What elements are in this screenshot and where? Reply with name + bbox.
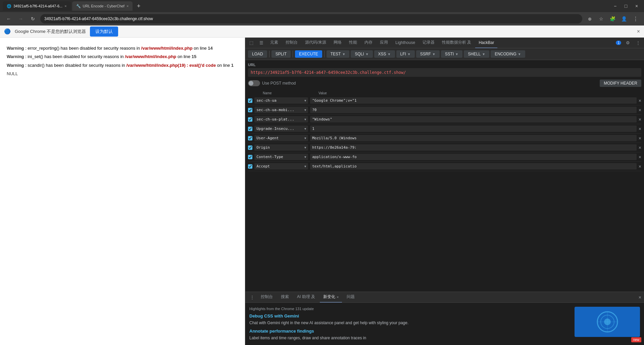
toolbar-icons: ⊕ ☆ 🧩 👤 ⋮ xyxy=(585,14,640,23)
header-6-delete-icon[interactable]: × xyxy=(639,145,641,150)
header-1-name-select[interactable]: sec-ch-ua xyxy=(254,97,308,104)
header-2-checkbox[interactable] xyxy=(248,107,252,113)
header-8-value-input[interactable] xyxy=(310,163,637,169)
tab-1[interactable]: 🌐 34921af5-b7f6-4214-a647-6... × xyxy=(3,1,71,11)
translate-icon[interactable]: ⊕ xyxy=(585,14,594,23)
more-icon[interactable]: ⋮ xyxy=(633,38,643,48)
reload-button[interactable]: ↻ xyxy=(28,14,38,23)
header-3-name-select[interactable]: sec-ch-ua-plat... xyxy=(254,116,308,122)
header-6-name-wrapper: Origin ▼ xyxy=(254,144,308,151)
split-button[interactable]: SPLIT xyxy=(271,50,291,58)
header-7-name-select[interactable]: Content-Type xyxy=(254,154,308,160)
forward-button[interactable]: → xyxy=(16,14,26,23)
header-4-delete-icon[interactable]: × xyxy=(639,126,641,132)
load-button[interactable]: LOAD xyxy=(248,50,267,58)
bottom-tab-search[interactable]: 搜索 xyxy=(278,292,292,303)
bottom-tab-changes[interactable]: 新变化 × xyxy=(320,292,342,303)
tab-performance[interactable]: 性能 xyxy=(346,38,360,48)
header-3-delete-icon[interactable]: × xyxy=(639,117,641,122)
settings-icon[interactable]: ⚙ xyxy=(623,38,633,48)
warning-line-1: 14 xyxy=(208,46,212,51)
inspect-icon[interactable]: ⬚ xyxy=(247,38,256,48)
tab-elements[interactable]: 元素 xyxy=(267,38,282,48)
changes-close-icon[interactable]: × xyxy=(337,295,339,299)
header-2-name-wrapper: sec-ch-ua-mobi... ▼ xyxy=(254,107,308,113)
header-8-name-select[interactable]: Accept xyxy=(254,163,308,169)
minimize-button[interactable]: − xyxy=(610,1,620,11)
header-7-checkbox[interactable] xyxy=(248,154,252,160)
tab-recorder[interactable]: 记录器 xyxy=(419,38,438,48)
header-3-checkbox[interactable] xyxy=(248,117,252,122)
back-button[interactable]: ← xyxy=(4,14,13,23)
header-5-delete-icon[interactable]: × xyxy=(639,136,641,141)
ssti-button[interactable]: SSTI ▼ xyxy=(441,50,463,58)
new-tab-button[interactable]: + xyxy=(134,1,143,11)
address-input[interactable] xyxy=(40,14,582,23)
tab-console[interactable]: 控制台 xyxy=(282,38,301,48)
maximize-button[interactable]: □ xyxy=(621,1,631,11)
header-6-value-input[interactable] xyxy=(310,144,637,151)
tab-lighthouse[interactable]: Lighthouse xyxy=(392,38,418,48)
header-2-name-select[interactable]: sec-ch-ua-mobi... xyxy=(254,107,308,113)
profile-icon[interactable]: 👤 xyxy=(619,14,629,23)
url-input[interactable] xyxy=(248,68,641,77)
lfi-button[interactable]: LFI ▼ xyxy=(396,50,415,58)
modify-header-button[interactable]: MODIFY HEADER xyxy=(600,80,641,87)
notification-bar: 🔵 Google Chrome 不是您的默认浏览器 设为默认 × xyxy=(0,26,644,38)
shell-button[interactable]: SHELL ▼ xyxy=(464,50,489,58)
tab-profiler[interactable]: 性能数据分析 及 xyxy=(439,38,475,48)
warning-label-3: Warning xyxy=(7,63,24,68)
header-5-name-select[interactable]: User-Agent xyxy=(254,135,308,141)
header-1-delete-icon[interactable]: × xyxy=(639,98,641,103)
xss-button[interactable]: XSS ▼ xyxy=(374,50,395,58)
header-4-checkbox[interactable] xyxy=(248,126,252,132)
header-4-name-select[interactable]: Upgrade-Insecu... xyxy=(254,126,308,132)
header-2-value-input[interactable] xyxy=(310,107,637,113)
tab-2[interactable]: 🔧 URL Encode - CyberChef × xyxy=(72,1,133,11)
header-7-delete-icon[interactable]: × xyxy=(639,154,641,160)
test-button[interactable]: TEST ▼ xyxy=(327,50,350,58)
extension-icon[interactable]: 🧩 xyxy=(608,14,617,23)
header-3-value-input[interactable] xyxy=(310,116,637,122)
header-8-checkbox[interactable] xyxy=(248,164,252,169)
bottom-tab-ai[interactable]: AI 助理 及 xyxy=(294,292,318,303)
tab-network[interactable]: 网络 xyxy=(330,38,345,48)
header-6-checkbox[interactable] xyxy=(248,145,252,150)
header-6-name-select[interactable]: Origin xyxy=(254,144,308,151)
tab2-close[interactable]: × xyxy=(127,4,129,8)
test-arrow: ▼ xyxy=(342,52,345,56)
toggle-switch[interactable] xyxy=(248,80,260,86)
device-icon[interactable]: ☰ xyxy=(257,38,266,48)
header-row-7: Content-Type ▼ × xyxy=(248,152,641,162)
bottom-menu-icon[interactable]: ⋮ xyxy=(248,293,256,301)
encoding-button[interactable]: ENCODING ▼ xyxy=(491,50,525,58)
bottom-tab-issues[interactable]: 问题 xyxy=(343,292,358,303)
execute-button[interactable]: EXECUTE xyxy=(295,50,322,58)
header-1-value-input[interactable] xyxy=(310,97,637,104)
header-4-value-input[interactable] xyxy=(310,126,637,132)
header-1-checkbox[interactable] xyxy=(248,98,252,103)
header-7-value-input[interactable] xyxy=(310,154,637,160)
tab1-close[interactable]: × xyxy=(64,4,66,8)
menu-icon[interactable]: ⋮ xyxy=(631,14,640,23)
close-button[interactable]: × xyxy=(632,1,641,11)
header-5-checkbox[interactable] xyxy=(248,136,252,141)
ssrf-button[interactable]: SSRF ▼ xyxy=(416,50,440,58)
notification-close[interactable]: × xyxy=(637,29,640,35)
sqli-button[interactable]: SQLI ▼ xyxy=(351,50,373,58)
header-5-value-input[interactable] xyxy=(310,135,637,141)
header-8-delete-icon[interactable]: × xyxy=(639,164,641,169)
bottom-tab-console[interactable]: 控制台 xyxy=(257,292,276,303)
notification-text: Google Chrome 不是您的默认浏览器 xyxy=(15,29,86,35)
set-default-button[interactable]: 设为默认 xyxy=(90,27,118,37)
tab-application[interactable]: 应用 xyxy=(377,38,391,48)
bottom-panel-close[interactable]: × xyxy=(639,295,641,300)
tab-sources[interactable]: 源代码/来源 xyxy=(302,38,330,48)
header-2-delete-icon[interactable]: × xyxy=(639,107,641,113)
post-toggle[interactable]: Use POST method xyxy=(248,80,296,86)
header-5-name-wrapper: User-Agent ▼ xyxy=(254,135,308,141)
bookmark-icon[interactable]: ☆ xyxy=(596,14,606,23)
warning-label-2: Warning xyxy=(7,54,24,59)
tab-hackbar[interactable]: HackBar xyxy=(475,38,497,48)
tab-memory[interactable]: 内存 xyxy=(361,38,376,48)
